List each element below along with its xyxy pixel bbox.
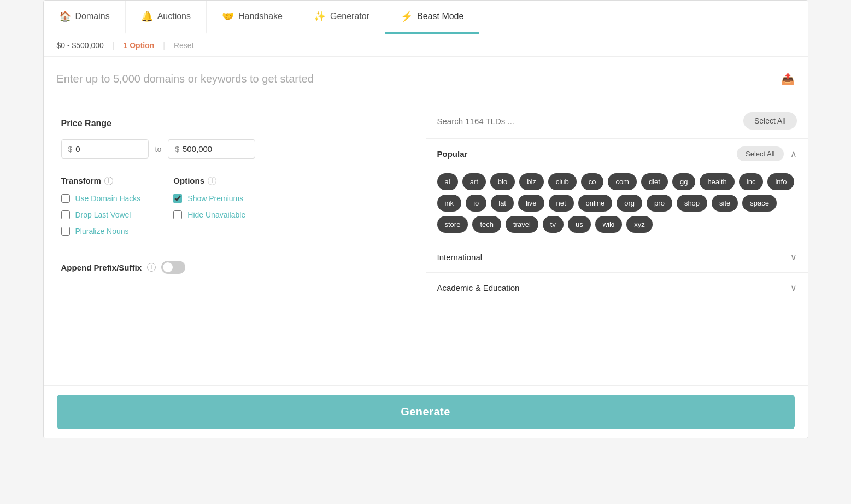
tld-tag-online[interactable]: online [578, 195, 613, 212]
options-row: Transform i Use Domain Hacks Drop Last V… [61, 176, 408, 243]
tld-tag-wiki[interactable]: wiki [595, 216, 623, 233]
tld-select-all-button[interactable]: Select All [743, 112, 797, 130]
price-range-title: Price Range [61, 119, 408, 128]
generate-button[interactable]: Generate [57, 395, 795, 429]
price-from-symbol: $ [68, 145, 73, 154]
checkbox-domain-hacks-input[interactable] [61, 194, 70, 203]
tld-tag-travel[interactable]: travel [506, 216, 538, 233]
tld-tag-com[interactable]: com [608, 173, 637, 190]
filter-option-count[interactable]: 1 Option [124, 41, 155, 50]
tab-domains[interactable]: 🏠 Domains [44, 1, 126, 34]
tld-popular-title: Popular [437, 149, 468, 159]
main-content: Price Range $ to $ [44, 101, 808, 385]
transform-section: Transform i Use Domain Hacks Drop Last V… [61, 176, 141, 243]
tld-tag-live[interactable]: live [518, 195, 544, 212]
tld-popular-header: Popular Select All ∧ [426, 139, 808, 169]
upload-icon[interactable]: 📤 [781, 72, 795, 85]
tld-tag-ink[interactable]: ink [437, 195, 462, 212]
checkbox-drop-vowel-input[interactable] [61, 210, 70, 219]
tld-academic-header[interactable]: Academic & Education ∨ [426, 273, 808, 303]
checkbox-hide-unavailable-label: Hide Unavailable [187, 210, 245, 219]
append-prefix-row: Append Prefix/Suffix i [61, 261, 408, 274]
checkbox-domain-hacks[interactable]: Use Domain Hacks [61, 194, 141, 203]
tld-tag-shop[interactable]: shop [677, 195, 707, 212]
app-wrapper: 🏠 Domains 🔔 Auctions 🤝 Handshake ✨ Gener… [43, 0, 808, 438]
tld-international-title: International [437, 253, 483, 262]
tld-tag-io[interactable]: io [466, 195, 486, 212]
tld-tag-gg[interactable]: gg [672, 173, 695, 190]
tld-tag-ai[interactable]: ai [437, 173, 458, 190]
tld-tag-tv[interactable]: tv [543, 216, 564, 233]
price-to-label: to [155, 145, 162, 154]
tld-search-row: Select All [426, 101, 808, 138]
options-section: Options i Show Premiums Hide Unavailable [173, 176, 245, 243]
search-placeholder-text: Enter up to 5,000 domains or keywords to… [57, 73, 314, 85]
tld-tag-net[interactable]: net [549, 195, 574, 212]
tld-tag-pro[interactable]: pro [647, 195, 672, 212]
append-toggle[interactable] [161, 261, 185, 274]
tld-tag-space[interactable]: space [742, 195, 777, 212]
popular-chevron-up-icon[interactable]: ∧ [790, 149, 797, 159]
tld-tag-info[interactable]: info [767, 173, 794, 190]
tld-tag-lat[interactable]: lat [491, 195, 514, 212]
checkbox-pluralize-label: Pluralize Nouns [75, 227, 129, 236]
generate-bar: Generate [44, 385, 808, 438]
tld-popular-actions: Select All ∧ [737, 146, 796, 161]
checkbox-show-premiums-input[interactable] [173, 194, 182, 203]
right-panel: Select All Popular Select All ∧ aiartbio… [426, 101, 808, 385]
tld-search-input[interactable] [437, 116, 737, 126]
tld-tag-us[interactable]: us [568, 216, 591, 233]
academic-chevron-down-icon[interactable]: ∨ [790, 283, 797, 293]
tld-tag-org[interactable]: org [617, 195, 642, 212]
tld-international-header[interactable]: International ∨ [426, 242, 808, 272]
transform-title: Transform [61, 176, 101, 185]
tab-domains-label: Domains [75, 11, 110, 21]
tld-popular-tags: aiartbiobizclubcocomdietgghealthincinfoi… [426, 169, 808, 242]
checkbox-hide-unavailable-input[interactable] [173, 210, 182, 219]
beast-icon: ⚡ [401, 10, 413, 22]
options-info-icon[interactable]: i [208, 177, 216, 185]
checkbox-drop-vowel[interactable]: Drop Last Vowel [61, 210, 141, 219]
handshake-icon: 🤝 [222, 10, 234, 22]
tab-beast[interactable]: ⚡ Beast Mode [385, 1, 479, 34]
tld-tag-art[interactable]: art [462, 173, 486, 190]
search-bar: Enter up to 5,000 domains or keywords to… [44, 57, 808, 101]
tld-popular-select-all-button[interactable]: Select All [737, 146, 783, 161]
price-from-input[interactable] [75, 144, 130, 154]
price-to-input[interactable] [183, 144, 237, 154]
international-chevron-down-icon[interactable]: ∨ [790, 252, 797, 262]
checkbox-pluralize[interactable]: Pluralize Nouns [61, 227, 141, 236]
tld-tag-co[interactable]: co [581, 173, 604, 190]
tld-academic-section: Academic & Education ∨ [426, 272, 808, 303]
tld-tag-bio[interactable]: bio [490, 173, 515, 190]
checkbox-show-premiums-label: Show Premiums [187, 194, 243, 203]
tld-tag-tech[interactable]: tech [472, 216, 501, 233]
tab-beast-label: Beast Mode [417, 11, 463, 21]
append-label: Append Prefix/Suffix [61, 263, 142, 272]
tld-international-section: International ∨ [426, 242, 808, 272]
tab-auctions[interactable]: 🔔 Auctions [126, 1, 207, 34]
tld-scroll-area[interactable]: Popular Select All ∧ aiartbiobizclubcoco… [426, 138, 808, 303]
append-info-icon[interactable]: i [147, 263, 156, 272]
checkbox-show-premiums[interactable]: Show Premiums [173, 194, 245, 203]
tld-tag-diet[interactable]: diet [641, 173, 668, 190]
price-range-section: Price Range $ to $ [61, 119, 408, 159]
options-title: Options [173, 176, 204, 185]
tld-tag-xyz[interactable]: xyz [626, 216, 653, 233]
transform-info-icon[interactable]: i [104, 177, 113, 185]
tld-tag-health[interactable]: health [700, 173, 734, 190]
tld-tag-club[interactable]: club [548, 173, 577, 190]
tab-handshake[interactable]: 🤝 Handshake [207, 1, 298, 34]
tld-tag-store[interactable]: store [437, 216, 468, 233]
price-to-symbol: $ [175, 145, 179, 154]
tld-tag-inc[interactable]: inc [739, 173, 764, 190]
left-panel: Price Range $ to $ [44, 101, 426, 385]
checkbox-pluralize-input[interactable] [61, 227, 70, 236]
tab-generator[interactable]: ✨ Generator [298, 1, 385, 34]
tld-tag-site[interactable]: site [712, 195, 738, 212]
checkbox-hide-unavailable[interactable]: Hide Unavailable [173, 210, 245, 219]
tabs-bar: 🏠 Domains 🔔 Auctions 🤝 Handshake ✨ Gener… [44, 1, 808, 34]
tld-tag-biz[interactable]: biz [519, 173, 544, 190]
filter-reset-button[interactable]: Reset [174, 41, 194, 50]
price-row: $ to $ [61, 139, 408, 159]
